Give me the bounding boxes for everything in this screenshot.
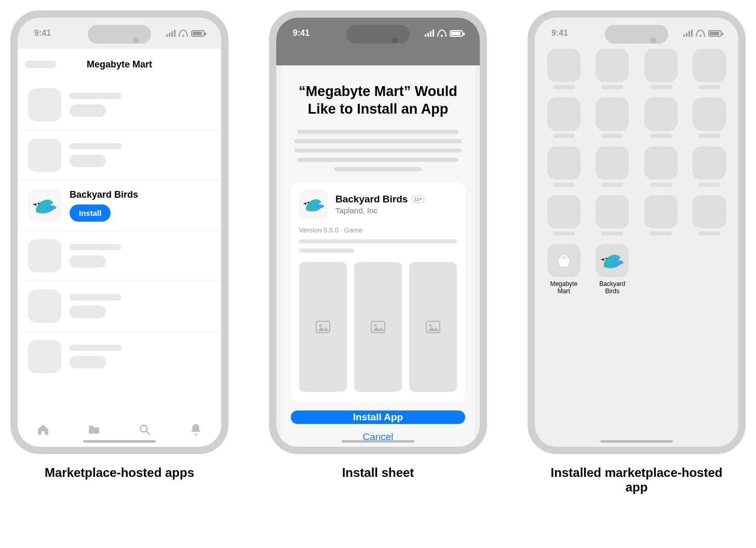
app-icon-placeholder xyxy=(28,239,61,272)
app-name-label: Backyard Birds xyxy=(70,189,138,200)
install-button[interactable]: Install xyxy=(70,204,111,222)
phone-home-screen: 9:41 xyxy=(528,10,746,454)
version-meta: Version 5.5.0 · Game xyxy=(299,226,457,234)
home-screen[interactable]: Megabyte Mart Backyard Birds xyxy=(543,49,730,433)
install-app-button[interactable]: Install App xyxy=(291,410,465,424)
app-icon-placeholder xyxy=(28,88,61,121)
app-icon-placeholder[interactable] xyxy=(543,195,585,236)
app-icon-placeholder[interactable] xyxy=(592,146,633,187)
status-time: 9:41 xyxy=(34,29,51,38)
status-time: 9:41 xyxy=(293,29,309,38)
home-indicator[interactable] xyxy=(600,440,673,443)
dynamic-island xyxy=(605,25,668,44)
wifi-icon xyxy=(437,30,447,37)
app-megabyte-mart[interactable]: Megabyte Mart xyxy=(543,244,585,295)
search-icon[interactable] xyxy=(138,423,152,436)
app-icon-placeholder[interactable] xyxy=(592,49,633,89)
list-item[interactable] xyxy=(18,281,221,332)
battery-icon xyxy=(708,30,722,37)
app-icon-placeholder[interactable] xyxy=(689,195,731,236)
screenshot-placeholder[interactable] xyxy=(354,262,402,392)
basket-icon xyxy=(547,244,580,277)
home-icon[interactable] xyxy=(36,423,50,436)
install-sheet: “Megabyte Mart” Would Like to Install an… xyxy=(280,62,476,447)
dynamic-island xyxy=(346,25,410,44)
list-item[interactable] xyxy=(18,231,221,281)
caption-2: Install sheet xyxy=(342,465,414,480)
app-label: Megabyte Mart xyxy=(550,280,577,295)
list-item[interactable] xyxy=(18,80,221,130)
wifi-icon xyxy=(696,30,705,37)
app-icon-placeholder[interactable] xyxy=(640,98,682,138)
battery-icon xyxy=(191,30,205,37)
app-icon-placeholder[interactable] xyxy=(592,98,633,138)
back-button[interactable] xyxy=(25,61,56,68)
app-backyard-birds[interactable]: Backyard Birds xyxy=(592,244,633,295)
hummingbird-icon xyxy=(299,190,328,219)
list-item[interactable] xyxy=(18,130,221,181)
publisher-label: Tapland, Inc xyxy=(335,206,424,215)
cellular-icon xyxy=(683,30,693,37)
page-title: Megabyte Mart xyxy=(87,59,152,70)
app-icon-placeholder[interactable] xyxy=(640,49,682,89)
bell-icon[interactable] xyxy=(189,423,203,436)
folder-icon[interactable] xyxy=(87,423,101,436)
list-item-backyard-birds[interactable]: Backyard Birds Install xyxy=(18,181,221,231)
phone-marketplace: 9:41 Megabyte Mart xyxy=(10,10,228,454)
app-icon-placeholder[interactable] xyxy=(543,146,585,187)
app-icon-placeholder[interactable] xyxy=(543,98,585,138)
hummingbird-icon xyxy=(596,244,629,277)
home-indicator[interactable] xyxy=(342,440,414,443)
app-icon-placeholder xyxy=(28,340,61,373)
sheet-title: “Megabyte Mart” Would Like to Install an… xyxy=(291,83,465,118)
caption-1: Marketplace-hosted apps xyxy=(45,465,194,480)
app-icon-placeholder xyxy=(28,290,61,323)
caption-3: Installed marketplace-hosted app xyxy=(538,465,735,495)
nav-bar: Megabyte Mart xyxy=(18,49,221,80)
app-icon-placeholder[interactable] xyxy=(689,49,731,89)
home-indicator[interactable] xyxy=(83,440,156,443)
screenshot-placeholder[interactable] xyxy=(299,262,347,392)
screenshot-placeholder[interactable] xyxy=(409,262,457,392)
app-icon-placeholder[interactable] xyxy=(689,98,731,138)
app-icon-placeholder[interactable] xyxy=(640,195,682,236)
app-icon-placeholder[interactable] xyxy=(543,49,585,89)
app-icon-placeholder[interactable] xyxy=(640,146,682,187)
app-card: Backyard Birds 12+ Tapland, Inc Version … xyxy=(291,183,465,402)
app-icon-placeholder xyxy=(28,139,61,172)
app-label: Backyard Birds xyxy=(599,280,625,295)
app-icon-placeholder[interactable] xyxy=(592,195,633,236)
list-item[interactable] xyxy=(18,332,221,381)
battery-icon xyxy=(450,30,463,37)
phone-install-sheet: 9:41 “Megabyte Mart” Would Like to Insta… xyxy=(269,10,487,454)
description-placeholder xyxy=(291,130,465,171)
hummingbird-icon xyxy=(28,189,61,222)
app-name-label: Backyard Birds xyxy=(335,194,408,205)
app-list[interactable]: Backyard Birds Install xyxy=(18,80,221,413)
dynamic-island xyxy=(88,25,151,44)
cellular-icon xyxy=(166,30,176,37)
app-icon-placeholder[interactable] xyxy=(689,146,731,187)
screenshots-row[interactable] xyxy=(299,262,457,392)
wifi-icon xyxy=(179,30,188,37)
status-time: 9:41 xyxy=(551,29,568,38)
cellular-icon xyxy=(425,30,434,37)
age-rating-badge: 12+ xyxy=(412,196,424,203)
